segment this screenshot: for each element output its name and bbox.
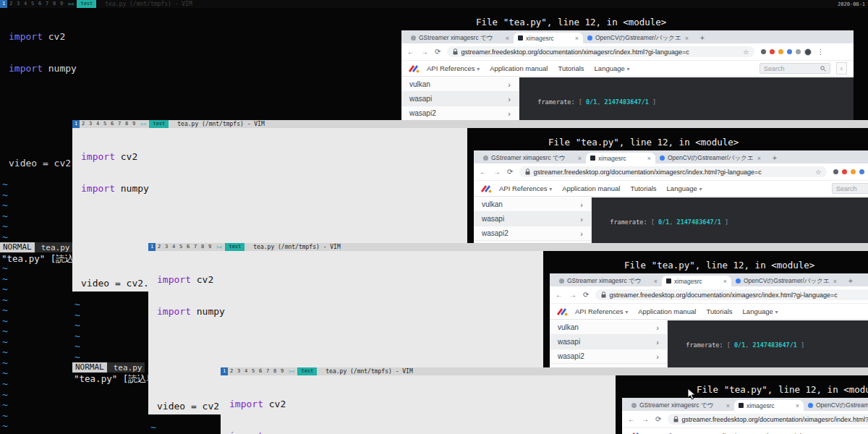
workspace-button-1[interactable]: 1 — [72, 120, 80, 128]
nav-tutorials[interactable]: Tutorials — [706, 307, 732, 315]
workspace-button-9[interactable]: 9 — [130, 120, 137, 128]
back-button[interactable]: ← — [480, 168, 487, 176]
forward-button[interactable]: → — [642, 415, 649, 423]
browser-tab-gstreamer-search[interactable]: GStreamer ximagesrc でウ × — [627, 400, 734, 411]
extension-icon[interactable] — [778, 49, 783, 54]
workspace-button-2[interactable]: 2 — [228, 367, 235, 375]
url-box[interactable]: gstreamer.freedesktop.org/documentation/… — [595, 289, 868, 300]
nav-application-manual[interactable]: Application manual — [562, 184, 620, 192]
sidebar-item-wasapi2[interactable]: wasapi2 › — [474, 226, 591, 241]
tab-close-icon[interactable]: × — [578, 155, 582, 162]
browser-tab-ximagesrc[interactable]: ximagesrc × — [514, 33, 583, 43]
menu-kebab-icon[interactable]: ⋮ — [817, 48, 824, 56]
extension-icon[interactable] — [859, 169, 864, 174]
extension-icon[interactable] — [761, 49, 766, 54]
collapse-sidebar-button[interactable]: ‹ — [836, 62, 847, 75]
search-input[interactable]: Search — [760, 63, 830, 74]
extension-icon[interactable] — [796, 49, 801, 54]
bookmark-star-icon[interactable]: ☆ — [743, 48, 749, 56]
workspace-button-7[interactable]: 7 — [192, 243, 199, 251]
reload-button[interactable]: ⟳ — [435, 48, 441, 56]
back-button[interactable]: ← — [628, 415, 635, 423]
nav-api-references[interactable]: API References ▾ — [427, 64, 480, 72]
workspace-button-5[interactable]: 5 — [177, 243, 184, 251]
extension-icon[interactable] — [851, 169, 856, 174]
tab-close-icon[interactable]: × — [726, 402, 730, 409]
workspace-button-4[interactable]: 4 — [94, 120, 101, 128]
workspace-button-4[interactable]: 4 — [22, 0, 29, 8]
reload-button[interactable]: ⟳ — [507, 168, 513, 176]
back-button[interactable]: ← — [407, 48, 414, 56]
forward-button[interactable]: → — [421, 48, 428, 56]
focused-app-badge[interactable]: test — [297, 367, 317, 375]
forward-button[interactable]: → — [569, 291, 576, 299]
extension-icon[interactable] — [842, 169, 847, 174]
nav-language[interactable]: Language ▾ — [667, 184, 702, 192]
browser-tab-ximagesrc[interactable]: ximagesrc × — [734, 400, 804, 411]
sidebar-item-vulkan[interactable]: vulkan › — [550, 320, 667, 335]
extension-icon[interactable] — [770, 49, 775, 54]
tab-close-icon[interactable]: × — [685, 35, 689, 42]
browser-tab-ximagesrc[interactable]: ximagesrc × — [662, 276, 731, 286]
browser-tab-gstreamer-search[interactable]: GStreamer ximagesrc でウ × — [555, 276, 662, 286]
bookmark-star-icon[interactable]: ☆ — [815, 169, 821, 176]
tab-close-icon[interactable]: × — [575, 35, 579, 42]
nav-application-manual[interactable]: Application manual — [638, 307, 696, 315]
new-tab-button[interactable]: + — [770, 154, 780, 162]
search-input[interactable]: Search — [832, 183, 868, 194]
workspace-button-7[interactable]: 7 — [43, 0, 51, 8]
browser-tab-opencv-article[interactable]: OpenCVのGstreamer/バックエ × — [804, 400, 868, 411]
workspace-button-8[interactable]: 8 — [271, 367, 278, 375]
reload-button[interactable]: ⟳ — [583, 291, 589, 299]
sidebar-item-wasapi2[interactable]: wasapi2 › — [401, 106, 519, 121]
sidebar-item-vulkan[interactable]: vulkan › — [474, 197, 591, 212]
url-box[interactable]: gstreamer.freedesktop.org/documentation/… — [447, 46, 754, 57]
workspace-button-4[interactable]: 4 — [242, 367, 250, 375]
sidebar-item-wasapi[interactable]: wasapi › — [474, 212, 591, 226]
workspace-button-2[interactable]: 2 — [80, 120, 87, 128]
tab-close-icon[interactable]: × — [757, 155, 761, 162]
workspace-button-8[interactable]: 8 — [123, 120, 130, 128]
workspace-button-1[interactable]: 1 — [148, 243, 156, 251]
workspace-button-5[interactable]: 5 — [101, 120, 109, 128]
workspace-button-7[interactable]: 7 — [116, 120, 123, 128]
sidebar-item-wasapi2[interactable]: wasapi2 › — [550, 349, 667, 364]
workspace-button-6[interactable]: 6 — [36, 0, 43, 8]
workspace-button-3[interactable]: 3 — [87, 120, 94, 128]
nav-language[interactable]: Language ▾ — [595, 64, 630, 72]
back-button[interactable]: ← — [556, 291, 563, 299]
workspace-button-1[interactable]: 1 — [0, 0, 7, 8]
browser-tab-opencv-article[interactable]: OpenCVのGstreamer/バックエ × — [731, 276, 841, 286]
tab-close-icon[interactable]: × — [647, 155, 651, 162]
tab-close-icon[interactable]: × — [796, 402, 799, 409]
nav-tutorials[interactable]: Tutorials — [630, 184, 656, 192]
nav-application-manual[interactable]: Application manual — [490, 64, 548, 72]
nav-language[interactable]: Language ▾ — [743, 307, 778, 315]
focused-app-badge[interactable]: test — [77, 0, 96, 8]
nav-tutorials[interactable]: Tutorials — [558, 64, 584, 72]
profile-avatar[interactable] — [804, 48, 812, 56]
workspace-button-4[interactable]: 4 — [170, 243, 177, 251]
workspace-button-6[interactable]: 6 — [109, 120, 116, 128]
browser-tab-gstreamer-search[interactable]: GStreamer ximagesrc でウ × — [479, 153, 586, 163]
workspace-button-8[interactable]: 8 — [199, 243, 206, 251]
workspace-button-3[interactable]: 3 — [163, 243, 170, 251]
sidebar-item-wasapi[interactable]: wasapi › — [401, 92, 519, 106]
workspace-button-2[interactable]: 2 — [7, 0, 14, 8]
workspace-button-5[interactable]: 5 — [250, 367, 257, 375]
workspace-button-3[interactable]: 3 — [14, 0, 22, 8]
url-box[interactable]: gstreamer.freedesktop.org/documentation/… — [668, 414, 868, 425]
browser-tab-ximagesrc[interactable]: ximagesrc × — [586, 153, 655, 163]
extension-icon[interactable] — [833, 169, 838, 174]
workspace-button-5[interactable]: 5 — [29, 0, 36, 8]
browser-tab-opencv-article[interactable]: OpenCVのGstreamer/バックエ × — [655, 153, 765, 163]
workspace-button-9[interactable]: 9 — [58, 0, 65, 8]
tab-close-icon[interactable]: × — [654, 278, 658, 285]
workspace-button-1[interactable]: 1 — [221, 367, 228, 375]
url-box[interactable]: gstreamer.freedesktop.org/documentation/… — [519, 166, 827, 177]
new-tab-button[interactable]: + — [697, 34, 707, 42]
forward-button[interactable]: → — [493, 168, 501, 176]
focused-app-badge[interactable]: test — [149, 120, 169, 128]
nav-api-references[interactable]: API References ▾ — [499, 184, 552, 192]
workspace-button-7[interactable]: 7 — [264, 367, 271, 375]
